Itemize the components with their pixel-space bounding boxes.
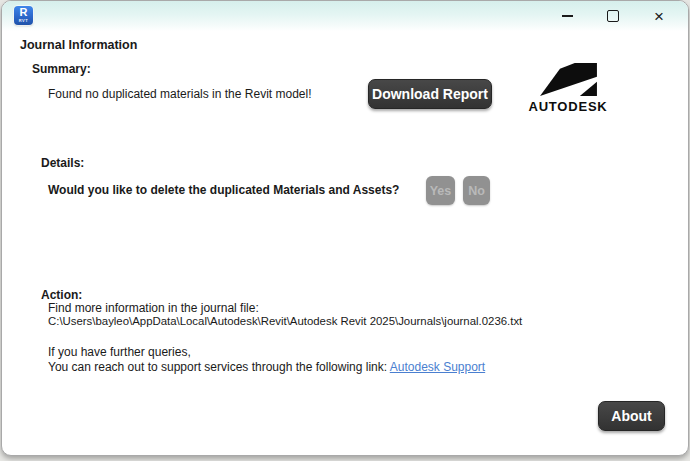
minimize-icon (562, 15, 573, 17)
minimize-button[interactable] (544, 1, 590, 31)
revit-icon-badge: RVT (14, 19, 33, 23)
journal-file-path: C:\Users\bayleo\AppData\Local\Autodesk\R… (48, 315, 522, 327)
summary-message: Found no duplicated materials in the Rev… (48, 87, 311, 101)
download-report-button[interactable]: Download Report (368, 79, 492, 109)
queries-line-2-text: You can reach out to support services th… (48, 360, 387, 374)
window-controls: × (544, 1, 682, 31)
queries-line-1: If you have further queries, (48, 345, 191, 359)
title-bar: R RVT × (2, 1, 688, 31)
details-question: Would you like to delete the duplicated … (48, 183, 399, 197)
action-label: Action: (41, 288, 82, 302)
maximize-button[interactable] (590, 1, 636, 31)
revit-app-icon: R RVT (14, 6, 33, 25)
autodesk-logo: AUTODESK (522, 63, 614, 114)
queries-line-2: You can reach out to support services th… (48, 360, 485, 374)
maximize-icon (607, 10, 619, 22)
no-button[interactable]: No (463, 176, 490, 205)
page-title: Journal Information (20, 38, 137, 52)
dialog-window: R RVT × Journal Information Summary: Fou… (1, 0, 689, 456)
summary-label: Summary: (32, 62, 91, 76)
close-icon: × (654, 8, 664, 25)
autodesk-logo-icon (540, 63, 597, 96)
about-button[interactable]: About (598, 401, 665, 431)
autodesk-support-link[interactable]: Autodesk Support (390, 360, 485, 374)
yes-button[interactable]: Yes (426, 176, 455, 205)
autodesk-wordmark: AUTODESK (522, 99, 614, 114)
close-button[interactable]: × (636, 1, 682, 31)
details-label: Details: (41, 156, 84, 170)
action-info-line: Find more information in the journal fil… (48, 301, 259, 315)
